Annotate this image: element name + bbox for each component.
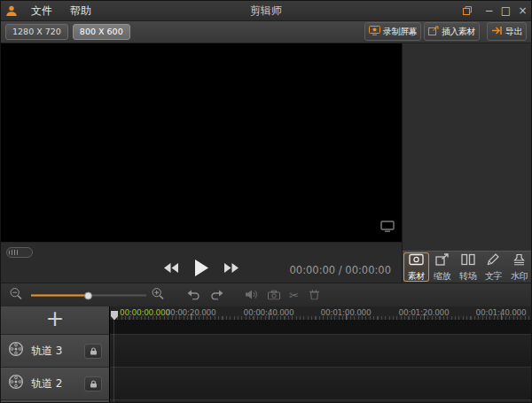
window-title: 剪辑师	[134, 4, 398, 19]
theme-button[interactable]	[458, 1, 477, 20]
toolbar-actions: 录制屏幕 插入素材 导出	[362, 22, 527, 41]
timeline-track-header: + 轨道 3 轨道 2	[1, 306, 110, 402]
film-reel-icon	[8, 341, 24, 360]
panel-tabs: 素材 缩放 转场 文字	[403, 251, 532, 283]
playhead-marker[interactable]	[111, 307, 118, 321]
maximize-button[interactable]: □	[497, 1, 514, 20]
timeline-tracks-area[interactable]	[110, 320, 531, 402]
menu-item-file[interactable]: 文件	[22, 1, 61, 20]
add-track-button[interactable]: +	[1, 306, 109, 335]
ruler-current-time: 00:00:00.000	[120, 308, 170, 317]
pencil-icon	[487, 252, 500, 269]
track-label: 轨道 2	[31, 376, 77, 391]
ruler-label: 00:00:20.000	[166, 308, 216, 317]
delete-button[interactable]	[309, 287, 319, 304]
insert-media-label: 插入素材	[442, 26, 475, 38]
mute-button[interactable]	[246, 287, 258, 304]
media-icon	[409, 252, 424, 269]
insert-media-icon	[428, 26, 439, 37]
lock-track-button[interactable]	[84, 344, 102, 359]
ruler-label: 00:00:40.000	[244, 308, 294, 317]
record-screen-label: 录制屏幕	[383, 26, 417, 38]
fit-screen-icon[interactable]	[380, 219, 395, 236]
tab-media[interactable]: 素材	[403, 252, 429, 282]
record-screen-button[interactable]: 录制屏幕	[364, 22, 421, 41]
timeline-track-lane-3[interactable]	[110, 334, 531, 368]
tab-text[interactable]: 文字	[481, 252, 506, 282]
ruler-label: 00:01:40.000	[476, 308, 527, 317]
tab-transition[interactable]: 转场	[455, 252, 481, 282]
ruler-label: 00:01:20.000	[399, 308, 450, 317]
tab-media-label: 素材	[408, 270, 425, 283]
tab-scale[interactable]: 缩放	[429, 252, 455, 282]
theme-icon	[462, 3, 473, 19]
app-window: 文件 帮助 剪辑师 − □ × 1280 X 720 800 X 600 录制屏…	[0, 0, 532, 403]
track-row-3[interactable]: 轨道 3	[1, 335, 109, 368]
timeline-zoom-slider[interactable]	[31, 291, 146, 299]
export-button[interactable]: 导出	[487, 22, 527, 41]
zoom-in-button[interactable]	[152, 287, 164, 304]
toolbar: 1280 X 720 800 X 600 录制屏幕 插入素材 导出	[1, 20, 531, 43]
redo-button[interactable]	[210, 287, 223, 304]
forward-button[interactable]	[224, 263, 239, 273]
insert-media-button[interactable]: 插入素材	[424, 22, 480, 41]
playhead-line	[113, 320, 114, 402]
transition-icon	[461, 252, 475, 269]
track-label: 轨道 3	[31, 344, 77, 359]
scale-icon	[435, 252, 450, 269]
tab-text-label: 文字	[485, 270, 502, 283]
titlebar: 文件 帮助 剪辑师 − □ ×	[1, 1, 531, 21]
cut-button[interactable]: ✂	[289, 290, 299, 301]
menu-item-help[interactable]: 帮助	[61, 1, 100, 20]
rewind-button[interactable]	[164, 263, 178, 273]
timeline-toolbar: ✂	[1, 283, 531, 306]
export-label: 导出	[505, 26, 522, 38]
tab-transition-label: 转场	[459, 270, 476, 283]
export-icon	[491, 26, 503, 37]
zoom-out-button[interactable]	[10, 287, 22, 304]
stamp-icon	[512, 252, 526, 269]
tab-scale-label: 缩放	[434, 270, 450, 283]
timeline-track-lane-partial[interactable]	[110, 399, 531, 403]
minimize-button[interactable]: −	[481, 1, 497, 20]
time-display: 00:00:00 / 00:00:00	[290, 264, 391, 276]
tab-watermark-label: 水印	[511, 270, 528, 283]
record-screen-icon	[369, 26, 380, 37]
tab-watermark[interactable]: 水印	[506, 252, 532, 282]
right-panel: 素材 缩放 转场 文字	[402, 43, 532, 283]
window-controls: − □ ×	[458, 1, 531, 20]
user-avatar-icon[interactable]	[1, 1, 22, 20]
timeline: + 轨道 3 轨道 2	[1, 306, 531, 402]
slider-handle[interactable]	[84, 291, 92, 299]
undo-button[interactable]	[187, 287, 200, 304]
timeline-ruler[interactable]: 00:00:00.000 00:00:20.000 00:00:40.000 0…	[110, 306, 531, 321]
snapshot-button[interactable]	[268, 287, 280, 304]
close-button[interactable]: ×	[514, 1, 531, 20]
playback-controls-bar: 00:00:00 / 00:00:00	[1, 242, 402, 283]
resolution-button-800x600[interactable]: 800 X 600	[73, 24, 130, 40]
slider-fill	[31, 295, 88, 297]
video-preview	[1, 43, 402, 242]
track-row-2[interactable]: 轨道 2	[1, 368, 109, 400]
lock-track-button[interactable]	[84, 376, 102, 391]
film-reel-icon	[8, 374, 24, 393]
resolution-button-1280x720[interactable]: 1280 X 720	[5, 24, 68, 40]
play-button[interactable]	[194, 260, 208, 276]
ruler-label: 00:01:00.000	[321, 308, 372, 317]
plus-icon: +	[46, 310, 65, 328]
timeline-track-lane-2[interactable]	[110, 367, 531, 400]
media-library-area[interactable]	[403, 43, 532, 251]
